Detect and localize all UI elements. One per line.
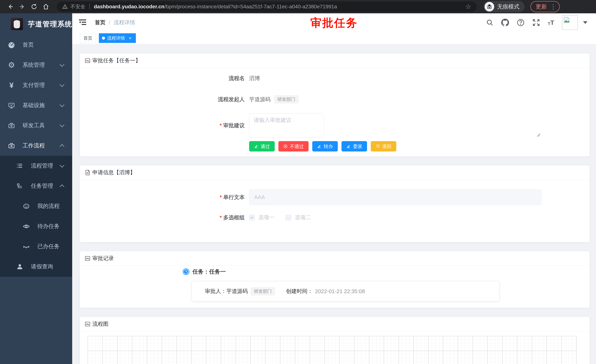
refresh-left-icon [376, 144, 380, 148]
browser-back-button[interactable] [5, 1, 15, 12]
record-detail-card: 审批人：芋道源码 研发部门 创建时间： 2022-01-21 22:35:08 [192, 281, 499, 301]
help-icon[interactable] [517, 19, 525, 26]
edit-icon [346, 144, 351, 148]
text-field-label: *单行文本 [171, 189, 249, 205]
browser-home-button[interactable] [41, 1, 51, 12]
tag-home[interactable]: 首页 [80, 33, 96, 43]
checkbox-option-1: 选项一 [249, 214, 275, 221]
chevron-down-icon [60, 82, 64, 87]
fullscreen-icon[interactable] [532, 19, 540, 26]
single-line-text-input [249, 189, 541, 205]
main-content: 审批任务【任务一】 流程名 滔博 流程发起人 芋道源码 研发部门 *审批建议 [72, 44, 596, 364]
sidebar-item-label: 任务管理 [31, 182, 53, 190]
checkbox-group: 选项一 选项二 [249, 212, 311, 223]
browser-toolbar: 不安全 dashboard.yudao.iocoder.cn/bpm/proce… [0, 0, 596, 13]
diagram-body [80, 331, 589, 364]
sidebar-item-label: 首页 [22, 41, 34, 49]
required-mark: * [220, 215, 222, 220]
sidebar-item-payment[interactable]: ¥ 支付管理 [0, 75, 72, 95]
card-title: 审批记录 [92, 255, 114, 262]
tag-label: 流程详情 [107, 35, 125, 41]
browser-reload-button[interactable] [29, 1, 39, 12]
sidebar-item-my-process[interactable]: 我的流程 [0, 196, 72, 216]
card-title: 申请信息【滔博】 [92, 169, 135, 176]
browser-forward-button[interactable] [17, 1, 27, 12]
sidebar-item-label: 工作流程 [22, 142, 45, 149]
sidebar-item-system[interactable]: ⚙ 系统管理 [0, 55, 72, 75]
sidebar-item-label: 研发工具 [22, 122, 45, 129]
browser-menu-icon[interactable]: ⋮ [550, 3, 556, 10]
required-mark: * [220, 123, 222, 128]
suggestion-textarea[interactable] [249, 113, 324, 138]
sidebar-item-task-mgmt[interactable]: 任务管理 [0, 176, 72, 196]
not-secure-warning-icon [62, 4, 68, 9]
reload-icon [31, 4, 37, 10]
sidebar-item-devtools[interactable]: 研发工具 [0, 116, 72, 136]
clock-icon [183, 268, 190, 275]
approve-task-card: 审批任务【任务一】 流程名 滔博 流程发起人 芋道源码 研发部门 *审批建议 [80, 53, 590, 156]
bpmn-canvas[interactable] [88, 336, 577, 364]
forward-icon [19, 4, 25, 10]
chevron-down-icon [60, 102, 64, 107]
approve-form: 流程名 滔博 流程发起人 芋道源码 研发部门 *审批建议 [171, 68, 541, 152]
checkbox-checked-icon [249, 215, 255, 220]
delegate-button[interactable]: 委派 [342, 141, 367, 152]
url-bar[interactable]: 不安全 dashboard.yudao.iocoder.cn/bpm/proce… [57, 1, 477, 12]
sidebar-item-todo-tasks[interactable]: 待办任务 [0, 216, 72, 236]
transfer-button[interactable]: 转办 [312, 141, 338, 152]
back-icon [7, 4, 14, 10]
required-mark: * [220, 194, 222, 200]
avatar-caret-icon[interactable] [583, 21, 588, 24]
bookmark-star-icon[interactable]: ☆ [465, 3, 471, 11]
approve-card-header: 审批任务【任务一】 [80, 53, 589, 68]
initiator-label: 流程发起人 [171, 94, 249, 104]
chevron-down-icon [60, 123, 64, 127]
tags-view-bar: 首页 流程详情 [72, 32, 596, 44]
search-icon[interactable] [486, 19, 493, 26]
incognito-icon [484, 2, 494, 11]
diagram-card-header: 流程图 [80, 317, 589, 331]
approve-actions: 通过 不通过 转办 委派 [249, 141, 396, 152]
sidebar-item-workflow[interactable]: 工作流程 [0, 136, 72, 156]
update-label: 更新 [536, 3, 547, 11]
initiator-value: 芋道源码 [249, 94, 271, 104]
return-button[interactable]: 退回 [371, 141, 396, 152]
face-icon [22, 203, 30, 210]
edit-icon [317, 144, 321, 148]
browser-update-button[interactable]: 更新 ⋮ [530, 1, 560, 12]
approval-record-card: 审批记录 任务：任务一 审批人：芋道源码 研发部门 创建时间： 2022-01-… [80, 251, 590, 308]
tag-process-detail[interactable]: 流程详情 [99, 33, 136, 43]
breadcrumb: 首页 / 流程详情 [95, 19, 135, 26]
sidebar-menu: 首页 ⚙ 系统管理 ¥ 支付管理 基础设施 [0, 35, 72, 277]
sidebar-item-process-mgmt[interactable]: 流程管理 [0, 156, 72, 176]
yen-icon: ¥ [7, 81, 15, 89]
dashboard-icon [7, 41, 15, 49]
checkbox-label: 选项一 [258, 214, 275, 221]
sidebar-item-infrastructure[interactable]: 基础设施 [0, 95, 72, 116]
checkbox-option-2: 选项二 [286, 214, 311, 221]
close-icon[interactable] [127, 36, 133, 41]
apply-info-card: 申请信息【滔博】 *单行文本 *多选框组 选项一 [80, 165, 590, 242]
process-diagram-card: 流程图 [80, 317, 590, 364]
checkbox-label: 选项二 [295, 214, 311, 221]
create-time-value: 2022-01-21 22:35:08 [315, 288, 365, 294]
font-size-icon[interactable]: TT [548, 19, 554, 26]
sidebar-item-home[interactable]: 首页 [0, 35, 72, 55]
sidebar-item-label: 已办任务 [37, 243, 60, 250]
avatar[interactable] [562, 15, 578, 30]
document-icon [85, 170, 90, 175]
pass-button[interactable]: 通过 [249, 141, 275, 152]
toolbox-icon [7, 122, 15, 129]
eye-closed-icon [22, 243, 30, 250]
github-icon[interactable] [501, 19, 509, 26]
sidebar-logo-row[interactable]: 芋道管理系统 [0, 13, 72, 35]
tree-icon [16, 183, 24, 189]
app-frame: 芋道管理系统 首页 ⚙ 系统管理 ¥ 支付管理 [0, 13, 596, 364]
security-label: 不安全 [70, 3, 85, 10]
breadcrumb-home[interactable]: 首页 [95, 19, 105, 26]
sidebar-item-leave-query[interactable]: 请假查询 [0, 256, 72, 277]
sidebar-toggle-button[interactable] [78, 19, 87, 27]
reject-button[interactable]: 不通过 [278, 141, 309, 152]
chevron-down-icon [60, 163, 64, 167]
sidebar-item-done-tasks[interactable]: 已办任务 [0, 236, 72, 256]
